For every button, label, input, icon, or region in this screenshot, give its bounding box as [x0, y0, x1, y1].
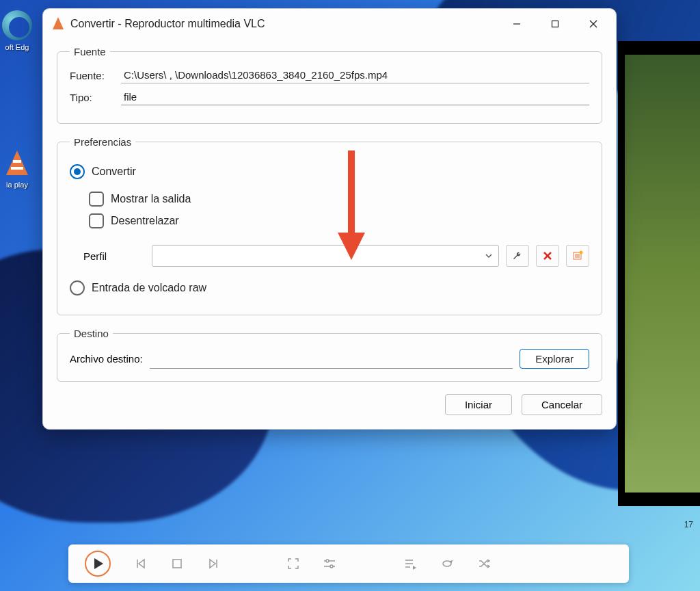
maximize-button[interactable] — [545, 14, 565, 34]
video-frame — [625, 55, 700, 492]
shuffle-button[interactable] — [477, 557, 491, 570]
convert-label: Convertir — [92, 166, 136, 178]
playlist-button[interactable] — [403, 557, 417, 570]
radio-icon — [70, 280, 85, 296]
next-button[interactable] — [206, 557, 220, 570]
desktop-icon-vlc[interactable]: ia play — [0, 150, 38, 189]
x-icon — [543, 251, 552, 261]
titlebar: Convertir - Reproductor multimedia VLC — [43, 9, 616, 39]
svg-rect-13 — [173, 560, 181, 568]
vlc-cone-icon — [3, 150, 31, 178]
desktop-icon-edge[interactable]: oft Edg — [0, 10, 38, 51]
window-title: Convertir - Reproductor multimedia VLC — [70, 18, 507, 30]
new-list-icon — [572, 250, 583, 261]
type-label: Tipo: — [70, 92, 121, 103]
video-duration: 17 — [684, 520, 693, 529]
dest-fieldset: Destino Archivo destino: Explorar — [57, 328, 602, 382]
cancel-button[interactable]: Cancelar — [522, 394, 602, 415]
close-button[interactable] — [583, 14, 604, 34]
browse-button[interactable]: Explorar — [520, 349, 589, 369]
deinterlace-checkbox[interactable]: Desentrelazar — [89, 213, 589, 228]
raw-dump-label: Entrada de volcado raw — [92, 282, 206, 294]
stop-button[interactable] — [171, 557, 183, 570]
prefs-fieldset: Preferencias Convertir Mostrar la salida… — [57, 136, 602, 315]
edge-logo-icon — [2, 10, 32, 40]
show-output-checkbox[interactable]: Mostrar la salida — [89, 192, 589, 207]
play-button[interactable] — [85, 551, 111, 577]
desktop-icon-label: ia play — [0, 181, 38, 189]
source-path[interactable]: C:\Users\ , \Downloads\12036863_3840_216… — [121, 67, 589, 83]
convert-radio[interactable]: Convertir — [70, 164, 589, 179]
prefs-legend: Preferencias — [70, 136, 135, 148]
profile-label: Perfil — [83, 250, 145, 262]
radio-icon — [70, 164, 85, 179]
svg-point-15 — [326, 560, 329, 562]
profile-dropdown[interactable] — [152, 245, 499, 267]
player-controls — [68, 544, 629, 583]
minimize-button[interactable] — [507, 14, 527, 34]
checkbox-icon — [89, 192, 104, 207]
source-label: Fuente: — [70, 70, 121, 81]
vlc-cone-icon — [51, 17, 65, 31]
type-value: file — [121, 89, 589, 105]
desktop-icon-label: oft Edg — [0, 43, 38, 51]
show-output-label: Mostrar la salida — [111, 193, 191, 205]
wrench-icon — [512, 250, 523, 261]
svg-point-17 — [330, 565, 333, 568]
svg-rect-1 — [552, 21, 558, 27]
edit-profile-button[interactable] — [506, 245, 529, 267]
chevron-down-icon — [485, 252, 493, 260]
dest-input[interactable] — [150, 350, 513, 369]
new-profile-button[interactable] — [566, 245, 589, 267]
convert-dialog: Convertir - Reproductor multimedia VLC F… — [42, 8, 617, 430]
previous-button[interactable] — [134, 557, 148, 570]
start-button[interactable]: Iniciar — [445, 394, 512, 415]
svg-point-10 — [580, 251, 583, 254]
loop-button[interactable] — [440, 557, 454, 570]
deinterlace-label: Desentrelazar — [111, 215, 179, 227]
dest-legend: Destino — [70, 328, 113, 339]
fullscreen-button[interactable] — [287, 557, 299, 570]
source-fieldset: Fuente Fuente: C:\Users\ , \Downloads\12… — [57, 46, 602, 124]
play-icon — [94, 558, 103, 569]
delete-profile-button[interactable] — [536, 245, 559, 267]
checkbox-icon — [89, 213, 104, 228]
settings-button[interactable] — [323, 557, 336, 570]
raw-dump-radio[interactable]: Entrada de volcado raw — [70, 280, 589, 296]
dest-label: Archivo destino: — [70, 353, 143, 365]
source-legend: Fuente — [70, 46, 110, 57]
